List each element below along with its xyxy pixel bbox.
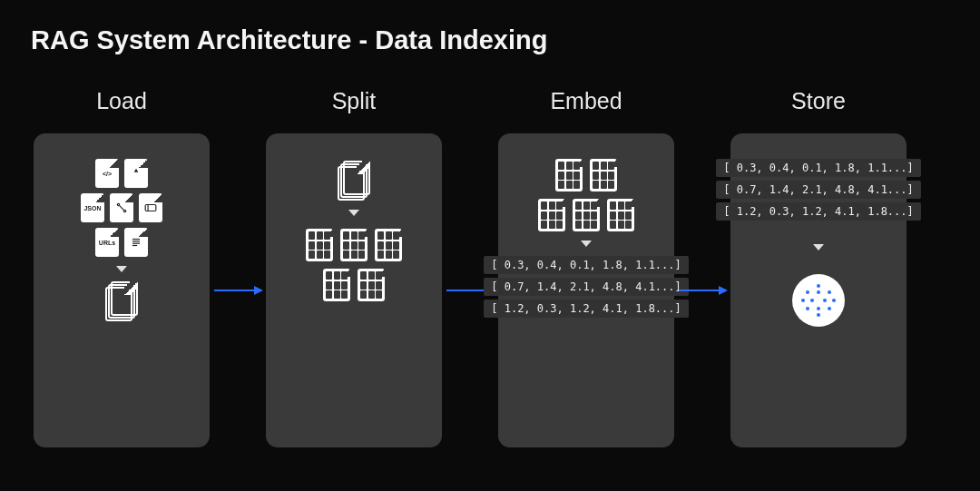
vector-row: [ 1.2, 0.3, 1.2, 4.1, 1.8...] bbox=[484, 300, 689, 318]
vector-row: [ 0.7, 1.4, 2.1, 4.8, 4.1...] bbox=[716, 181, 921, 199]
vector-db-dots bbox=[799, 281, 838, 319]
diagram-title: RAG System Architecture - Data Indexing bbox=[31, 25, 949, 55]
flow-row: Load </> JSON bbox=[31, 88, 949, 447]
chunk-icon bbox=[323, 269, 350, 301]
arrow-embed-to-store bbox=[677, 88, 728, 447]
arrow-load-to-split bbox=[212, 88, 263, 447]
chunks-cluster bbox=[306, 229, 402, 301]
chunk-icon bbox=[607, 199, 634, 231]
file-text-icon bbox=[124, 228, 148, 257]
file-pdf-icon bbox=[124, 159, 148, 188]
vector-row: [ 0.3, 0.4, 0.1, 1.8, 1.1...] bbox=[716, 159, 921, 177]
down-arrow-icon bbox=[116, 266, 127, 272]
vector-store-icon bbox=[792, 274, 845, 327]
vector-row: [ 0.7, 1.4, 2.1, 4.8, 4.1...] bbox=[484, 278, 689, 296]
panel-embed: [ 0.3, 0.4, 0.1, 1.8, 1.1...] [ 0.7, 1.4… bbox=[498, 133, 674, 447]
chunk-icon bbox=[538, 199, 565, 231]
chunks-cluster bbox=[538, 159, 634, 231]
step-label-split: Split bbox=[332, 88, 377, 115]
svg-marker-14 bbox=[719, 286, 728, 295]
document-stack-icon bbox=[338, 161, 370, 201]
panel-load: </> JSON URLs bbox=[34, 133, 210, 447]
step-embed: Embed [ 0.3, 0.4, 0.1, 1.8, 1.1...] [ 0.… bbox=[495, 88, 677, 447]
step-label-store: Store bbox=[791, 88, 846, 115]
step-load: Load </> JSON bbox=[31, 88, 212, 447]
embedding-vectors: [ 0.3, 0.4, 0.1, 1.8, 1.1...] [ 0.7, 1.4… bbox=[484, 256, 689, 318]
svg-rect-3 bbox=[145, 205, 156, 211]
chunk-icon bbox=[340, 229, 368, 261]
file-urls-icon: URLs bbox=[95, 228, 119, 257]
file-data-icon bbox=[139, 193, 162, 222]
svg-line-2 bbox=[120, 206, 124, 211]
vector-row: [ 1.2, 0.3, 1.2, 4.1, 1.8...] bbox=[716, 202, 921, 221]
chunk-icon bbox=[306, 229, 333, 261]
step-store: Store [ 0.3, 0.4, 0.1, 1.8, 1.1...] [ 0.… bbox=[728, 88, 909, 447]
file-code-icon: </> bbox=[95, 159, 119, 188]
chunk-icon bbox=[573, 199, 600, 231]
step-label-load: Load bbox=[96, 88, 147, 115]
svg-point-1 bbox=[123, 210, 125, 211]
down-arrow-icon bbox=[348, 210, 359, 216]
svg-point-0 bbox=[117, 203, 119, 205]
file-graph-icon bbox=[110, 193, 133, 222]
chunk-icon bbox=[590, 159, 617, 191]
down-arrow-icon bbox=[813, 244, 824, 250]
chunk-icon bbox=[358, 269, 385, 301]
chunk-icon bbox=[375, 229, 402, 261]
stored-vectors: [ 0.3, 0.4, 0.1, 1.8, 1.1...] [ 0.7, 1.4… bbox=[716, 159, 921, 221]
panel-split bbox=[266, 133, 442, 447]
step-split: Split bbox=[263, 88, 445, 447]
panel-store: [ 0.3, 0.4, 0.1, 1.8, 1.1...] [ 0.7, 1.4… bbox=[730, 133, 906, 447]
vector-row: [ 0.3, 0.4, 0.1, 1.8, 1.1...] bbox=[484, 256, 689, 274]
load-source-icons: </> JSON URLs bbox=[81, 159, 162, 257]
document-stack-icon bbox=[105, 281, 138, 321]
down-arrow-icon bbox=[581, 241, 592, 247]
file-json-icon: JSON bbox=[81, 193, 104, 222]
chunk-icon bbox=[555, 159, 583, 191]
svg-marker-10 bbox=[254, 286, 263, 295]
step-label-embed: Embed bbox=[550, 88, 622, 115]
